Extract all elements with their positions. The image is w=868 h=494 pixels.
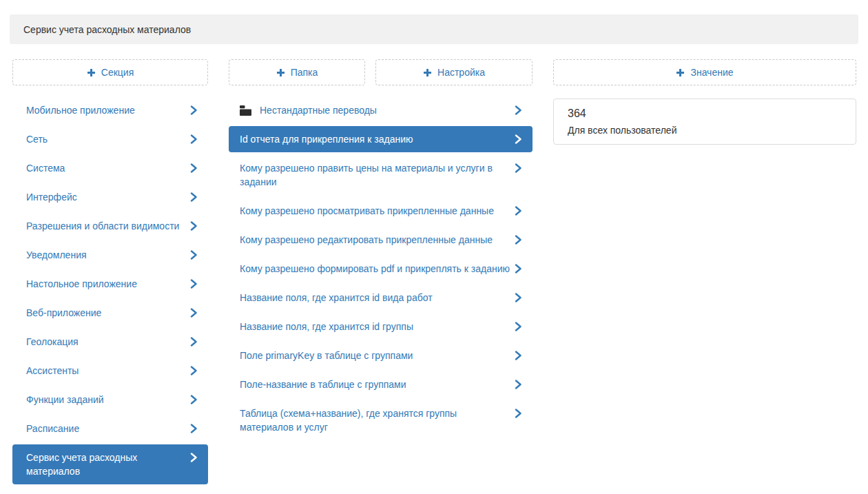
section-item-label: Расписание xyxy=(26,422,186,435)
add-folder-label: Папка xyxy=(291,67,318,78)
section-item-label: Геолокация xyxy=(26,335,186,349)
plus-icon xyxy=(676,68,685,77)
setting-item[interactable]: Кому разрешено править цены на материалы… xyxy=(229,154,533,196)
section-item[interactable]: Ассистенты xyxy=(12,356,208,385)
chevron-right-icon xyxy=(515,409,521,418)
setting-item-label: Поле-название в таблице с группами xyxy=(240,378,510,391)
section-item[interactable]: Система xyxy=(12,154,208,183)
chevron-right-icon xyxy=(515,163,521,173)
setting-item[interactable]: Нестандартные переводы xyxy=(229,96,533,125)
setting-item[interactable]: Таблица (схема+название), где хранятся г… xyxy=(229,399,533,442)
add-section-label: Секция xyxy=(101,67,134,78)
setting-item[interactable]: Название поля, где хранится id группы xyxy=(229,312,533,341)
add-setting-label: Настройка xyxy=(437,67,485,78)
chevron-right-icon xyxy=(190,134,197,144)
setting-item-label: Название поля, где хранится id вида рабо… xyxy=(240,291,510,305)
chevron-right-icon xyxy=(190,192,197,202)
value-scope: Для всех пользователей xyxy=(568,123,842,137)
setting-item[interactable]: Кому разрешено формировать pdf и прикреп… xyxy=(229,254,533,283)
setting-item[interactable]: Поле-название в таблице с группами xyxy=(229,370,533,399)
chevron-right-icon xyxy=(190,424,197,433)
page-title: Сервис учета расходных материалов xyxy=(10,14,858,44)
add-value-label: Значение xyxy=(690,67,733,78)
value-card[interactable]: 364 Для всех пользователей xyxy=(553,99,856,145)
add-section-button[interactable]: Секция xyxy=(12,59,208,85)
setting-item[interactable]: Название поля, где хранится id вида рабо… xyxy=(229,283,533,312)
sections-column: Секция Мобильное приложение Сеть Система xyxy=(12,59,208,486)
chevron-right-icon xyxy=(190,163,197,173)
setting-item[interactable]: Id отчета для прикрепления к заданию xyxy=(229,126,533,152)
section-item-label: Функции заданий xyxy=(26,393,186,406)
chevron-right-icon xyxy=(515,351,521,360)
chevron-right-icon xyxy=(515,264,521,274)
sections-list: Мобильное приложение Сеть Система xyxy=(12,96,208,486)
setting-item-label: Кому разрешено редактировать прикрепленн… xyxy=(240,233,510,247)
settings-buttons-row: Папка Настройка xyxy=(229,59,533,85)
section-item-label: Интерфейс xyxy=(26,190,186,204)
setting-item-label: Кому разрешено просматривать прикрепленн… xyxy=(240,204,510,218)
settings-column: Папка Настройка Нестандартные переводы xyxy=(229,59,533,442)
chevron-right-icon xyxy=(190,308,197,318)
section-item[interactable]: Мобильное приложение xyxy=(12,96,208,125)
section-item[interactable]: Настольное приложение xyxy=(12,269,208,298)
add-folder-button[interactable]: Папка xyxy=(229,59,365,85)
section-item[interactable]: Веб-приложение xyxy=(12,298,208,327)
setting-item-label: Поле primaryKey в таблице с группами xyxy=(240,349,510,362)
values-column: Значение 364 Для всех пользователей xyxy=(553,59,856,145)
chevron-right-icon xyxy=(515,322,521,331)
chevron-right-icon xyxy=(190,250,197,260)
section-item-label: Настольное приложение xyxy=(26,277,186,291)
section-item[interactable]: Геолокация xyxy=(12,327,208,356)
chevron-right-icon xyxy=(515,380,521,389)
section-item-label: Система xyxy=(26,161,186,175)
setting-item-label: Кому разрешено формировать pdf и прикреп… xyxy=(240,262,510,276)
section-item[interactable]: Сервис учета расходных материалов xyxy=(12,444,208,484)
chevron-right-icon xyxy=(515,134,521,144)
section-item-label: Веб-приложение xyxy=(26,306,186,320)
plus-icon xyxy=(423,68,432,77)
section-item-label: Уведомления xyxy=(26,248,186,262)
values-list: 364 Для всех пользователей xyxy=(553,99,856,145)
folder-icon xyxy=(240,105,251,116)
section-item[interactable]: Расписание xyxy=(12,414,208,443)
section-item[interactable]: Сеть xyxy=(12,125,208,154)
chevron-right-icon xyxy=(190,221,197,231)
values-buttons-row: Значение xyxy=(553,59,856,85)
chevron-right-icon xyxy=(515,105,521,115)
value-text: 364 xyxy=(568,105,842,121)
section-item-label: Сеть xyxy=(26,132,186,146)
setting-item-label: Нестандартные переводы xyxy=(260,103,510,117)
add-value-button[interactable]: Значение xyxy=(553,59,856,85)
setting-item-label: Название поля, где хранится id группы xyxy=(240,320,510,333)
chevron-right-icon xyxy=(515,206,521,216)
chevron-right-icon xyxy=(190,366,197,375)
chevron-right-icon xyxy=(190,279,197,289)
chevron-right-icon xyxy=(190,337,197,347)
chevron-right-icon xyxy=(515,235,521,245)
section-item[interactable]: Интерфейс xyxy=(12,183,208,212)
section-item-label: Сервис учета расходных материалов xyxy=(26,451,186,478)
settings-list: Нестандартные переводы Id отчета для при… xyxy=(229,96,533,442)
section-item[interactable]: Уведомления xyxy=(12,240,208,269)
setting-item-label: Кому разрешено править цены на материалы… xyxy=(240,161,510,189)
chevron-right-icon xyxy=(190,395,197,404)
section-item-label: Ассистенты xyxy=(26,364,186,378)
chevron-right-icon xyxy=(190,105,197,115)
plus-icon xyxy=(87,68,96,77)
plus-icon xyxy=(276,68,285,77)
chevron-right-icon xyxy=(515,293,521,302)
add-setting-button[interactable]: Настройка xyxy=(375,59,533,85)
section-item[interactable]: Функции заданий xyxy=(12,385,208,414)
chevron-right-icon xyxy=(190,453,197,462)
section-item-label: Разрешения и области видимости xyxy=(26,219,186,233)
setting-item[interactable]: Поле primaryKey в таблице с группами xyxy=(229,341,533,370)
setting-item-label: Таблица (схема+название), где хранятся г… xyxy=(240,406,510,434)
section-item[interactable]: Разрешения и области видимости xyxy=(12,212,208,240)
setting-item-label: Id отчета для прикрепления к заданию xyxy=(240,132,510,146)
sections-buttons-row: Секция xyxy=(12,59,208,85)
setting-item[interactable]: Кому разрешено редактировать прикрепленн… xyxy=(229,225,533,254)
section-item-label: Мобильное приложение xyxy=(26,103,186,117)
setting-item[interactable]: Кому разрешено просматривать прикрепленн… xyxy=(229,196,533,225)
